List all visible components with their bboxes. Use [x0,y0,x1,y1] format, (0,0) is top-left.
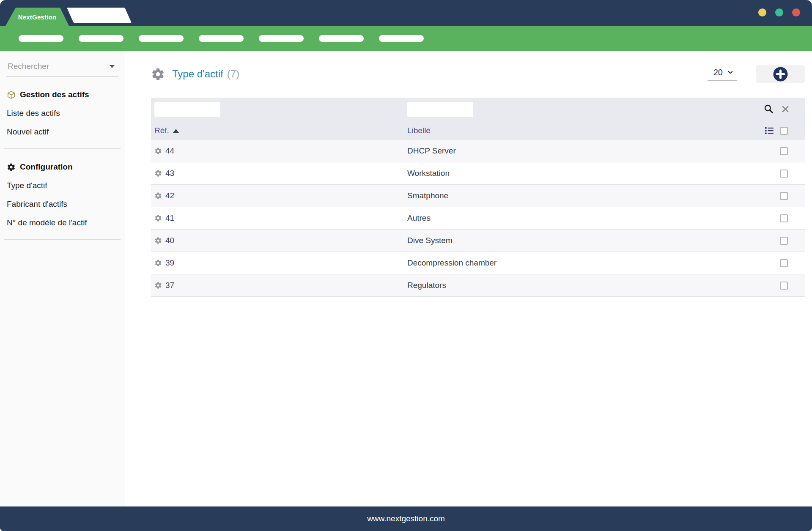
window-controls [758,8,800,16]
nav-pill[interactable] [19,35,63,42]
close-dot[interactable] [792,8,800,16]
ref-link[interactable]: 44 [151,146,407,156]
table-row[interactable]: 37 Regulators [151,274,805,297]
ref-link[interactable]: 42 [151,191,407,200]
sidebar-divider [4,239,121,240]
clear-filters-button[interactable] [781,104,790,114]
label-cell: Dive System [407,236,741,245]
footer: www.nextgestion.com [0,506,812,531]
main-content: Type d'actif (7) 20 [125,51,812,506]
list-view-button[interactable] [764,126,774,136]
row-checkbox[interactable] [780,147,788,155]
brand-label: NextGestion [18,14,57,21]
table-header: Réf. Libellé [151,98,805,140]
search-input[interactable] [8,62,117,71]
select-all-checkbox[interactable] [780,127,788,135]
page-size-value: 20 [713,68,723,77]
app-window: NextGestion Gestion des actifs [0,0,812,531]
column-header-libelle[interactable]: Libellé [407,126,741,135]
table-row[interactable]: 42 Smatphone [151,185,805,207]
label-cell: Workstation [407,169,741,178]
row-checkbox[interactable] [780,282,788,290]
table-body: 44 DHCP Server 43 Workstation [151,140,805,297]
sidebar-section-gestion-des-actifs[interactable]: Gestion des actifs [7,90,118,99]
footer-url: www.nextgestion.com [367,514,445,523]
ref-link[interactable]: 40 [151,236,407,245]
ref-filter-input[interactable] [154,102,220,117]
gear-icon [7,163,16,172]
add-button[interactable] [756,65,805,83]
sidebar-divider [4,148,121,149]
search-icon [763,104,774,114]
row-checkbox[interactable] [780,170,788,178]
nav-pill[interactable] [139,35,184,42]
gear-icon [154,147,162,155]
label-cell: Smatphone [407,191,741,200]
search-button[interactable] [763,104,774,114]
table-row[interactable]: 39 Decompression chamber [151,252,805,274]
table-row[interactable]: 41 Autres [151,207,805,230]
row-checkbox[interactable] [780,259,788,267]
label-cell: Regulators [407,281,741,290]
sort-ascending-icon [173,129,179,133]
label-filter-input[interactable] [407,102,473,117]
chevron-down-icon [727,69,734,76]
item-count: (7) [227,68,239,80]
label-cell: DHCP Server [407,146,741,156]
ref-link[interactable]: 37 [151,281,407,290]
sidebar-item-liste-des-actifs[interactable]: Liste des actifs [7,109,118,118]
nav-pill[interactable] [199,35,244,42]
sidebar-search [6,58,119,77]
sidebar-section-configuration[interactable]: Configuration [7,162,118,172]
gear-icon [154,282,162,289]
gear-icon [151,67,165,81]
section-title: Gestion des actifs [20,90,89,99]
column-header-ref[interactable]: Réf. [151,126,407,135]
sidebar-item-numero-modele[interactable]: N° de modèle de l'actif [7,218,118,227]
sidebar-item-type-dactif[interactable]: Type d'actif [7,181,118,190]
ref-link[interactable]: 39 [151,258,407,268]
gear-icon [154,170,162,177]
asset-type-table: Réf. Libellé [151,98,805,297]
gear-icon [154,237,162,244]
table-row[interactable]: 44 DHCP Server [151,140,805,162]
minimize-dot[interactable] [758,8,766,16]
sidebar: Gestion des actifs Liste des actifs Nouv… [0,51,125,506]
row-checkbox[interactable] [780,192,788,200]
ref-link[interactable]: 43 [151,169,407,178]
nav-pill[interactable] [379,35,424,42]
ref-link[interactable]: 41 [151,213,407,223]
close-icon [781,104,790,114]
nav-pill[interactable] [79,35,123,42]
page-size-select[interactable]: 20 [708,68,737,81]
blank-tab-shape[interactable] [67,8,132,23]
top-bar: NextGestion [0,0,812,26]
gear-icon [154,214,162,222]
section-title: Configuration [20,162,73,172]
table-row[interactable]: 43 Workstation [151,162,805,185]
nav-pill[interactable] [259,35,304,42]
main-nav-bar [0,26,812,51]
maximize-dot[interactable] [775,8,783,16]
gear-icon [154,192,162,200]
row-checkbox[interactable] [780,214,788,222]
plus-circle-icon [773,66,788,82]
page-title: Type d'actif [172,68,223,80]
page-header: Type d'actif (7) 20 [151,65,805,83]
chevron-down-icon [110,65,115,68]
sidebar-item-fabricant-dactifs[interactable]: Fabricant d'actifs [7,200,118,209]
sidebar-item-nouvel-actif[interactable]: Nouvel actif [7,127,118,137]
cube-icon [7,90,16,99]
gear-icon [154,259,162,267]
list-icon [764,126,774,136]
nav-pill[interactable] [319,35,364,42]
label-cell: Autres [407,213,741,223]
label-cell: Decompression chamber [407,258,741,268]
brand-tab[interactable]: NextGestion [5,8,69,27]
table-row[interactable]: 40 Dive System [151,230,805,252]
row-checkbox[interactable] [780,237,788,245]
